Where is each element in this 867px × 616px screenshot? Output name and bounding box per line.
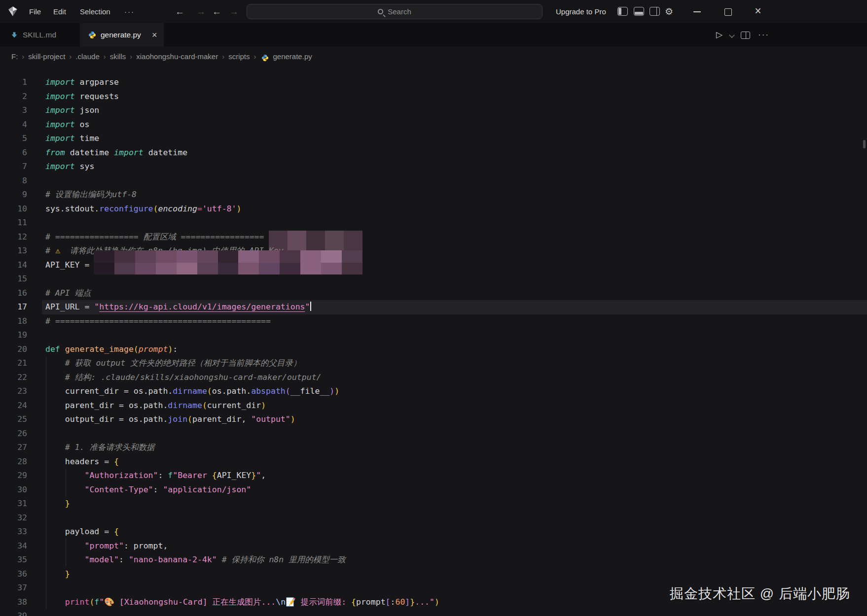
text-cursor [310, 302, 311, 311]
code-line-31: 31 } [0, 497, 867, 511]
nav-forward-icon[interactable]: → [196, 0, 206, 23]
line-number: 24 [0, 399, 27, 413]
tab-generate-py[interactable]: generate.py × [80, 23, 164, 47]
window-minimize-button[interactable] [688, 0, 705, 23]
code-line-5: 5import time [0, 132, 867, 146]
search-placeholder: Search [388, 7, 411, 16]
breadcrumb-separator-icon: › [19, 52, 27, 61]
line-number: 4 [0, 118, 27, 132]
code-line-19: 19 [0, 328, 867, 342]
code-line-21: 21 # 获取 output 文件夹的绝对路径（相对于当前脚本的父目录） [0, 356, 867, 371]
tab-label: SKILL.md [23, 31, 56, 39]
watermark-text: 掘金技术社区 @ 后端小肥肠 [670, 584, 850, 603]
app-window: File Edit Selection ··· ← → ← → Search U… [0, 0, 867, 616]
toggle-sidebar-left-icon[interactable] [617, 7, 628, 16]
python-icon [261, 54, 269, 62]
code-line-1: 1import argparse [0, 75, 867, 90]
markdown-icon [10, 31, 18, 39]
window-maximize-button[interactable] [719, 0, 736, 23]
code-line-30: 30 "Content-Type": "application/json" [0, 483, 867, 497]
line-number: 22 [0, 371, 27, 385]
line-number: 7 [0, 160, 27, 174]
line-number: 5 [0, 132, 27, 146]
menu-more-icon[interactable]: ··· [122, 0, 137, 23]
line-number: 19 [0, 328, 27, 342]
breadcrumb: F:›skill-project›.claude›skills›xiaohong… [0, 47, 867, 66]
line-number: 17 [0, 300, 27, 314]
code-lines: 1import argparse2import requests3import … [0, 75, 867, 616]
menu-file[interactable]: File [27, 0, 43, 23]
code-line-35: 35 "model": "nano-banana-2-4k" # 保持和你 n8… [0, 553, 867, 567]
breadcrumb-separator-icon: › [66, 52, 74, 61]
line-number: 13 [0, 244, 27, 258]
breadcrumb-item[interactable]: generate.py [272, 52, 313, 61]
menu-selection[interactable]: Selection [78, 0, 112, 23]
split-editor-icon[interactable] [741, 32, 750, 39]
code-editor[interactable]: 1import argparse2import requests3import … [0, 66, 867, 616]
upgrade-to-pro-button[interactable]: Upgrade to Pro [556, 0, 606, 23]
line-number: 12 [0, 230, 27, 244]
breadcrumb-separator-icon: › [219, 52, 227, 61]
tabbar: SKILL.md generate.py × ▷ ··· [0, 23, 867, 47]
breadcrumb-item[interactable]: skill-project [27, 52, 66, 61]
line-number: 29 [0, 469, 27, 483]
line-number: 34 [0, 539, 27, 553]
settings-gear-icon[interactable]: ⚙ [665, 0, 673, 23]
line-number: 21 [0, 356, 27, 371]
code-line-12: 12# ================= 配置区域 =============… [0, 230, 867, 244]
line-number: 30 [0, 483, 27, 497]
code-line-20: 20def generate_image(prompt): [0, 342, 867, 357]
code-line-24: 24 parent_dir = os.path.dirname(current_… [0, 399, 867, 413]
nav-back-icon[interactable]: ← [175, 0, 184, 23]
code-line-36: 36 } [0, 567, 867, 582]
redaction-blocks [94, 250, 362, 263]
toggle-panel-bottom-icon[interactable] [634, 7, 644, 16]
breadcrumb-item[interactable]: xiaohongshu-card-maker [135, 52, 219, 61]
line-number: 3 [0, 103, 27, 118]
code-line-26: 26 [0, 427, 867, 441]
breadcrumb-item[interactable]: F: [10, 52, 19, 61]
line-number: 28 [0, 455, 27, 469]
breadcrumb-item[interactable]: scripts [227, 52, 251, 61]
vertical-scrollbar[interactable] [863, 140, 866, 148]
code-line-27: 27 # 1. 准备请求头和数据 [0, 441, 867, 455]
line-number: 39 [0, 609, 27, 616]
line-number: 33 [0, 525, 27, 539]
line-number: 11 [0, 216, 27, 230]
code-line-34: 34 "prompt": prompt, [0, 539, 867, 553]
line-number: 31 [0, 497, 27, 511]
code-line-6: 6from datetime import datetime [0, 146, 867, 160]
history-back-icon[interactable]: ← [212, 0, 221, 23]
run-dropdown-chevron-icon[interactable] [729, 32, 734, 37]
tab-label: generate.py [101, 31, 141, 39]
line-number: 23 [0, 384, 27, 399]
code-line-4: 4import os [0, 118, 867, 132]
toggle-sidebar-right-icon[interactable] [650, 7, 660, 16]
code-line-8: 8 [0, 174, 867, 188]
history-forward-icon[interactable]: → [229, 0, 239, 23]
code-line-16: 16# API 端点 [0, 286, 867, 301]
line-number: 14 [0, 258, 27, 273]
code-line-9: 9# 设置输出编码为utf-8 [0, 188, 867, 202]
run-button-icon[interactable]: ▷ [716, 23, 722, 47]
titlebar: File Edit Selection ··· ← → ← → Search U… [0, 0, 867, 23]
code-line-2: 2import requests [0, 90, 867, 104]
tab-skill-md[interactable]: SKILL.md [0, 23, 80, 47]
python-icon [88, 31, 96, 39]
code-line-33: 33 payload = { [0, 525, 867, 539]
window-close-button[interactable]: × [750, 0, 766, 23]
line-number: 16 [0, 286, 27, 301]
breadcrumb-item[interactable]: skills [109, 52, 127, 61]
close-tab-icon[interactable]: × [152, 31, 157, 39]
editor-more-actions-icon[interactable]: ··· [758, 23, 769, 47]
breadcrumb-item[interactable]: .claude [74, 52, 100, 61]
menu-edit[interactable]: Edit [51, 0, 68, 23]
line-number: 38 [0, 595, 27, 610]
search-input[interactable]: Search [247, 4, 542, 19]
line-number: 32 [0, 511, 27, 525]
app-logo-icon[interactable] [7, 5, 19, 17]
code-line-29: 29 "Authorization": f"Bearer {API_KEY}", [0, 469, 867, 483]
line-number: 1 [0, 75, 27, 90]
line-number: 18 [0, 314, 27, 329]
line-number: 37 [0, 581, 27, 595]
